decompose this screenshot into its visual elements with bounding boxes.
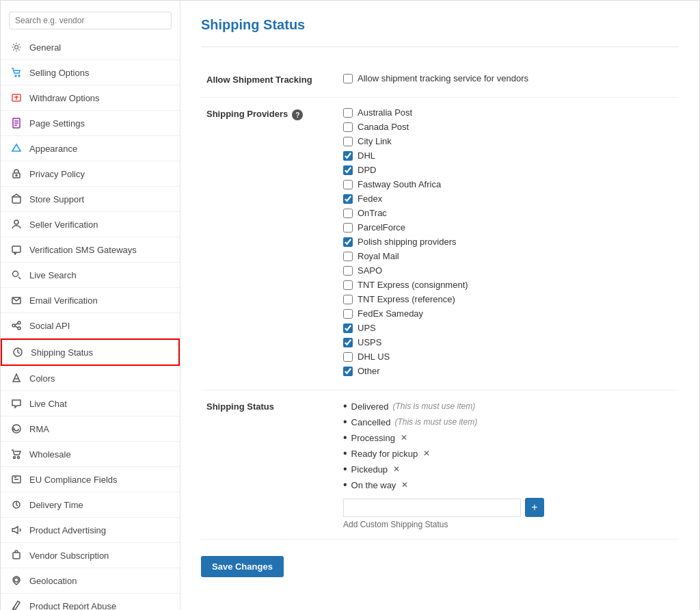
sidebar-item-label-colors: Colors: [29, 373, 55, 384]
sidebar-item-withdraw-options[interactable]: Withdraw Options: [1, 85, 180, 111]
sidebar-item-product-report-abuse[interactable]: Product Report Abuse: [1, 594, 180, 610]
provider-checkbox-0[interactable]: [343, 108, 353, 118]
provider-row-17: DHL US: [343, 352, 673, 362]
sidebar-item-delivery-time[interactable]: Delivery Time: [1, 492, 180, 518]
sidebar-item-wholesale[interactable]: Wholesale: [1, 442, 180, 467]
sidebar-item-label-live-search: Live Search: [29, 270, 77, 280]
provider-checkbox-5[interactable]: [343, 180, 353, 189]
status-remove-4[interactable]: ✕: [393, 464, 400, 474]
sidebar-item-seller-verification[interactable]: Seller Verification: [1, 212, 180, 237]
sidebar-item-geolocation[interactable]: Geolocation: [1, 568, 180, 594]
sidebar-item-label-email-verification: Email Verification: [29, 295, 98, 306]
sidebar-item-label-selling-options: Selling Options: [29, 68, 89, 78]
provider-row-18: Other: [343, 366, 673, 376]
provider-checkbox-8[interactable]: [343, 223, 353, 233]
provider-checkbox-15[interactable]: [343, 323, 353, 333]
svg-point-6: [16, 175, 17, 176]
svg-point-16: [12, 425, 21, 433]
sidebar-item-label-vendor-subscription: Vendor Subscription: [29, 551, 109, 561]
sidebar-item-verification-sms[interactable]: Verification SMS Gateways: [1, 237, 180, 263]
status-name-4: Pickedup: [351, 464, 388, 475]
provider-checkbox-3[interactable]: [343, 151, 353, 161]
email-icon: [10, 294, 23, 306]
provider-row-5: Fastway South Africa: [343, 179, 673, 189]
main-content: Shipping Status Allow Shipment Tracking …: [180, 1, 699, 610]
support-icon: [10, 193, 23, 205]
status-item-0: Delivered (This is must use item): [343, 400, 673, 412]
eu-icon: [10, 473, 23, 486]
status-name-0: Delivered: [351, 401, 389, 412]
svg-point-0: [15, 46, 18, 49]
provider-row-10: Royal Mail: [343, 251, 673, 261]
sidebar-item-store-support[interactable]: Store Support: [1, 187, 180, 212]
sidebar-item-selling-options[interactable]: Selling Options: [1, 60, 180, 85]
allow-shipment-row: Allow Shipment Tracking Allow shipment t…: [201, 64, 679, 98]
sidebar-item-label-eu-compliance: EU Compliance Fields: [29, 475, 118, 485]
add-status-input[interactable]: [343, 499, 521, 517]
provider-label-11: SAPO: [358, 265, 382, 276]
status-remove-3[interactable]: ✕: [423, 449, 430, 458]
provider-checkbox-7[interactable]: [343, 209, 353, 218]
provider-checkbox-9[interactable]: [343, 237, 353, 247]
svg-point-13: [18, 327, 21, 330]
sidebar-item-label-withdraw-options: Withdraw Options: [29, 93, 100, 103]
provider-label-14: FedEx Sameday: [358, 308, 423, 319]
search-icon: [10, 269, 23, 281]
sidebar-item-appearance[interactable]: Appearance: [1, 136, 180, 161]
help-icon[interactable]: ?: [292, 109, 303, 120]
provider-checkbox-17[interactable]: [343, 352, 353, 362]
advertising-icon: [10, 524, 23, 536]
sidebar-item-label-wholesale: Wholesale: [29, 449, 71, 460]
provider-checkbox-6[interactable]: [343, 194, 353, 204]
sidebar-item-social-api[interactable]: Social API: [1, 313, 180, 339]
save-button[interactable]: Save Changes: [201, 556, 284, 577]
provider-label-5: Fastway South Africa: [358, 179, 441, 189]
status-remove-5[interactable]: ✕: [401, 480, 408, 490]
provider-label-18: Other: [358, 366, 380, 376]
provider-checkbox-13[interactable]: [343, 295, 353, 304]
sidebar-item-product-advertising[interactable]: Product Advertising: [1, 518, 180, 543]
svg-point-9: [13, 271, 18, 277]
sidebar-item-label-privacy-policy: Privacy Policy: [29, 169, 85, 179]
sidebar-item-shipping-status[interactable]: Shipping Status: [1, 339, 180, 366]
shipping-providers-label: Shipping Providers: [206, 109, 288, 119]
sidebar-item-live-chat[interactable]: Live Chat: [1, 391, 180, 416]
status-item-5: On the way✕: [343, 479, 673, 491]
allow-shipment-checkbox[interactable]: [343, 74, 353, 83]
appearance-icon: [10, 142, 23, 155]
sidebar-item-live-search[interactable]: Live Search: [1, 263, 180, 288]
sidebar-item-general[interactable]: General: [1, 35, 180, 60]
provider-checkbox-12[interactable]: [343, 280, 353, 290]
sidebar-search-input[interactable]: [9, 12, 172, 29]
status-item-2: Processing✕: [343, 432, 673, 444]
provider-checkbox-16[interactable]: [343, 338, 353, 347]
provider-checkbox-11[interactable]: [343, 266, 353, 276]
sidebar-item-privacy-policy[interactable]: Privacy Policy: [1, 161, 180, 187]
sidebar-item-eu-compliance[interactable]: EU Compliance Fields: [1, 467, 180, 492]
provider-checkbox-14[interactable]: [343, 309, 353, 319]
status-must-use-0: (This is must use item): [393, 401, 476, 411]
sidebar-item-colors[interactable]: Colors: [1, 366, 180, 391]
provider-checkbox-18[interactable]: [343, 367, 353, 376]
provider-row-11: SAPO: [343, 265, 673, 276]
provider-checkbox-2[interactable]: [343, 137, 353, 146]
delivery-icon: [10, 499, 23, 511]
provider-row-2: City Link: [343, 136, 673, 146]
svg-point-7: [14, 220, 18, 224]
provider-checkbox-10[interactable]: [343, 252, 353, 261]
svg-point-18: [18, 457, 20, 459]
shipping-providers-row: Shipping Providers ? Australia PostCanad…: [201, 98, 679, 390]
svg-point-11: [12, 324, 15, 327]
provider-checkbox-4[interactable]: [343, 165, 353, 175]
provider-checkbox-1[interactable]: [343, 122, 353, 132]
provider-label-13: TNT Express (reference): [358, 294, 455, 304]
svg-rect-21: [13, 553, 20, 559]
status-remove-2[interactable]: ✕: [401, 433, 407, 442]
rma-icon: [10, 423, 23, 435]
sidebar-item-rma[interactable]: RMA: [1, 416, 180, 442]
sidebar-item-label-general: General: [29, 42, 61, 53]
add-status-button[interactable]: +: [525, 498, 544, 517]
sidebar-item-vendor-subscription[interactable]: Vendor Subscription: [1, 543, 180, 568]
sidebar-item-email-verification[interactable]: Email Verification: [1, 288, 180, 313]
sidebar-item-page-settings[interactable]: Page Settings: [1, 111, 180, 136]
